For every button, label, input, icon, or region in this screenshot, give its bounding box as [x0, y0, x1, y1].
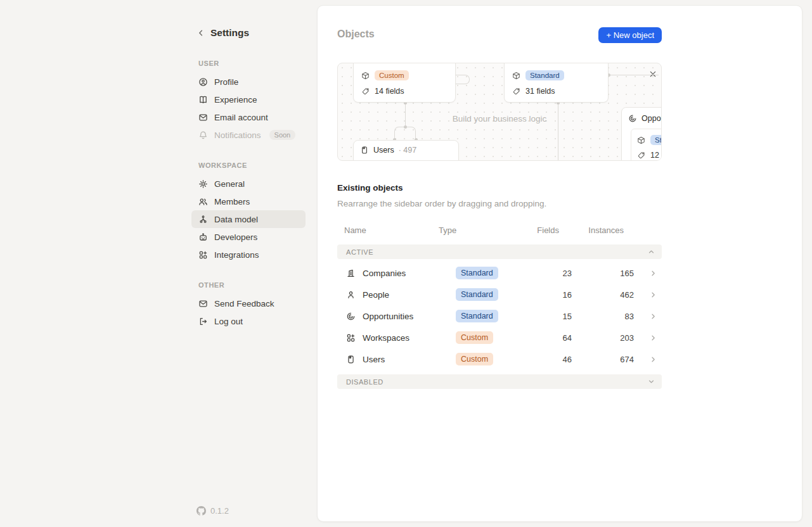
sidebar-item-send-feedback[interactable]: Send Feedback: [191, 295, 306, 312]
cube-icon: [512, 72, 520, 80]
close-icon[interactable]: [647, 68, 659, 80]
chevron-right-icon[interactable]: [649, 334, 657, 342]
instances-count: 83: [572, 312, 634, 321]
sidebar-section-other: OTHER Send Feedback Log out: [191, 281, 306, 330]
connector-users: [394, 127, 416, 140]
table-row-users[interactable]: Users Custom 46 674: [337, 348, 662, 370]
junction-dot: [404, 125, 407, 129]
object-name: Workspaces: [363, 333, 409, 343]
chevron-right-icon[interactable]: [649, 355, 657, 364]
app-version: 0.1.2: [197, 506, 229, 516]
robot-icon: [198, 232, 208, 242]
banner-opp-subcard: Standard 12 fields: [631, 129, 662, 161]
column-header-type: Type: [439, 225, 534, 235]
sidebar-item-experience[interactable]: Experience: [191, 91, 306, 108]
envelope-icon: [198, 113, 208, 122]
chevron-right-icon[interactable]: [649, 312, 657, 321]
sidebar-item-data-model[interactable]: Data model: [191, 210, 306, 228]
type-badge: Custom: [375, 70, 409, 81]
fields-count: 46: [534, 355, 572, 364]
type-badge: Standard: [456, 288, 498, 301]
tag-icon: [637, 151, 645, 160]
fields-count: 16: [534, 290, 572, 300]
logout-icon: [198, 317, 208, 326]
section-label-user: USER: [191, 60, 306, 67]
table-row-opportunities[interactable]: Opportunities Standard 15 83: [337, 305, 662, 327]
group-label: ACTIVE: [346, 248, 373, 256]
sidebar-item-label: Integrations: [214, 250, 259, 260]
connector-loop: [456, 75, 470, 84]
settings-back[interactable]: Settings: [191, 25, 306, 41]
data-model-banner: Custom 14 fields Standard: [337, 63, 662, 161]
table-row-companies[interactable]: Companies Standard 23 165: [337, 262, 662, 284]
table-header: Name Type Fields Instances: [337, 222, 662, 239]
fields-count: 31 fields: [525, 87, 555, 96]
banner-card-users: Users · 497: [353, 140, 459, 161]
column-header-instances: Instances: [572, 225, 634, 235]
chevron-right-icon[interactable]: [649, 269, 657, 277]
person-icon: [346, 290, 356, 300]
chevron-right-icon[interactable]: [649, 291, 657, 299]
type-badge: Standard: [525, 70, 564, 81]
instances-count: 674: [572, 355, 634, 364]
users-object-icon: [360, 146, 369, 155]
group-header-disabled[interactable]: DISABLED: [337, 374, 662, 389]
sidebar-section-workspace: WORKSPACE General Members Data model Dev…: [191, 162, 306, 264]
fields-count: 23: [534, 269, 572, 278]
settings-sidebar: Settings USER Profile Experience Email a…: [191, 25, 306, 330]
grid-plus-icon: [346, 333, 356, 343]
sidebar-item-label: Log out: [214, 317, 243, 326]
fields-count: 12 fields: [650, 151, 662, 160]
building-icon: [346, 269, 356, 278]
type-badge: Custom: [456, 331, 493, 344]
banner-users-subcard: [360, 160, 453, 161]
fields-count: 64: [534, 333, 572, 343]
sidebar-item-label: Members: [214, 197, 250, 206]
soon-badge: Soon: [269, 130, 296, 140]
sidebar-item-email-account[interactable]: Email account: [191, 108, 306, 126]
sidebar-item-log-out[interactable]: Log out: [191, 312, 306, 330]
column-header-fields: Fields: [534, 225, 572, 235]
type-badge: Standard: [650, 135, 662, 146]
type-badge: Standard: [456, 267, 498, 279]
banner-card-custom: Custom 14 fields: [353, 63, 456, 103]
tag-icon: [512, 87, 520, 96]
new-object-button[interactable]: + New object: [598, 27, 662, 43]
tag-icon: [361, 87, 370, 96]
sidebar-section-user: USER Profile Experience Email account No…: [191, 60, 306, 144]
object-name: People: [363, 290, 389, 300]
sidebar-item-developers[interactable]: Developers: [191, 228, 306, 246]
sidebar-item-profile[interactable]: Profile: [191, 73, 306, 91]
banner-users-count: · 497: [399, 146, 417, 155]
table-row-workspaces[interactable]: Workspaces Custom 64 203: [337, 327, 662, 348]
objects-table: Name Type Fields Instances ACTIVE Compan…: [337, 222, 662, 389]
banner-caption: Build your business logic: [338, 114, 661, 124]
sidebar-item-notifications: Notifications Soon: [191, 126, 306, 144]
existing-objects-subtitle: Rearrange the sidebar order by dragging …: [337, 199, 546, 208]
gear-icon: [198, 179, 208, 189]
type-badge: Custom: [456, 353, 493, 365]
sidebar-item-label: Send Feedback: [214, 299, 274, 308]
sidebar-item-members[interactable]: Members: [191, 193, 306, 210]
chevron-down-icon: [647, 378, 655, 386]
instances-count: 203: [572, 333, 634, 343]
sidebar-item-general[interactable]: General: [191, 175, 306, 193]
object-name: Companies: [363, 269, 406, 278]
instances-count: 165: [572, 269, 634, 278]
sidebar-item-label: Notifications: [214, 130, 261, 140]
sidebar-item-label: Email account: [214, 113, 268, 122]
table-row-people[interactable]: People Standard 16 462: [337, 284, 662, 305]
sidebar-item-label: Developers: [214, 232, 257, 242]
group-label: DISABLED: [346, 378, 383, 386]
target-icon: [628, 114, 637, 123]
version-label: 0.1.2: [210, 506, 229, 516]
group-header-active[interactable]: ACTIVE: [337, 244, 662, 259]
sidebar-item-integrations[interactable]: Integrations: [191, 246, 306, 264]
bell-icon: [198, 130, 208, 140]
connector-vertical-b: [558, 103, 558, 161]
chevron-left-icon: [197, 29, 205, 37]
object-name: Users: [363, 355, 385, 364]
instances-count: 462: [572, 290, 634, 300]
target-icon: [346, 312, 356, 321]
envelope-icon: [198, 299, 208, 308]
